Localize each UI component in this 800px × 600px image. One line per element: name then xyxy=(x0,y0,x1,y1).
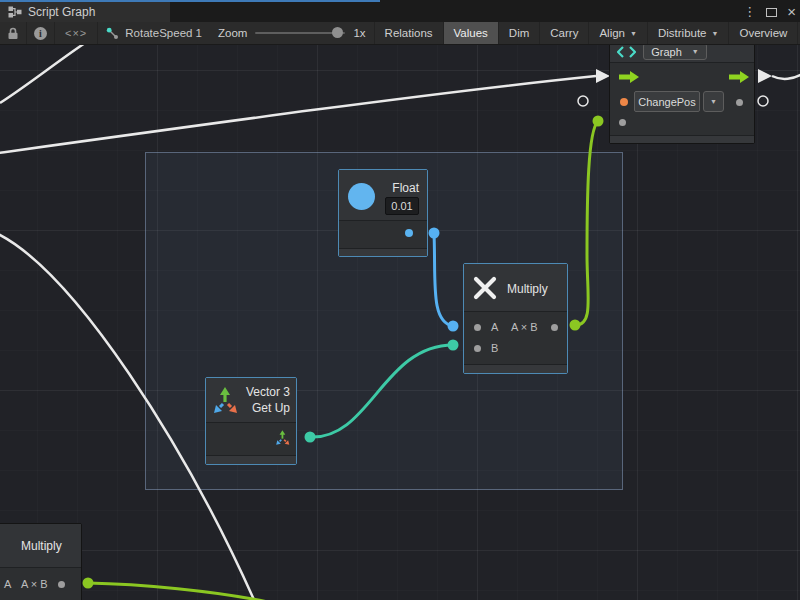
output-label: A × B xyxy=(21,578,48,590)
zoom-label: Zoom xyxy=(218,27,247,39)
info-icon: i xyxy=(34,27,47,40)
breadcrumb-label: RotateSpeed 1 xyxy=(125,27,202,39)
fallback-input-port[interactable] xyxy=(619,119,626,126)
overview-button[interactable]: Overview xyxy=(729,22,798,44)
dim-label: Dim xyxy=(509,27,529,39)
flow-wire[interactable] xyxy=(0,45,85,103)
tab-script-graph[interactable]: Script Graph xyxy=(0,2,170,22)
lock-icon xyxy=(7,27,19,40)
values-button[interactable]: Values xyxy=(444,22,499,44)
variable-name-value: ChangePos xyxy=(638,96,696,108)
node-header: Multiply xyxy=(0,524,81,568)
variable-scope-dropdown[interactable]: Graph ▼ xyxy=(643,45,707,60)
graph-tab-icon xyxy=(8,6,22,18)
node-title: Float xyxy=(392,181,419,195)
breadcrumb[interactable]: RotateSpeed 1 xyxy=(98,22,210,44)
wire-endpoint xyxy=(448,340,459,351)
value-wire-getup-to-multiply[interactable] xyxy=(310,345,453,437)
script-graph-window: Script Graph ⋮ × i <×> RotateS xyxy=(0,0,800,600)
value-output-port[interactable] xyxy=(736,99,743,106)
flow-wire[interactable] xyxy=(772,74,800,79)
wire-endpoint xyxy=(593,116,604,127)
carry-label: Carry xyxy=(550,27,578,39)
vector3-output-port-icon[interactable] xyxy=(275,429,291,446)
flow-in-arrow-icon[interactable] xyxy=(619,71,639,83)
carry-button[interactable]: Carry xyxy=(540,22,589,44)
port-a-label: A xyxy=(4,578,11,590)
flow-input-triangle[interactable] xyxy=(596,69,610,83)
value-wire-multiply2-out[interactable] xyxy=(88,583,268,600)
input-port-b[interactable] xyxy=(474,345,481,352)
float-value-input[interactable]: 0.01 xyxy=(385,197,419,215)
tab-bar: Script Graph ⋮ × xyxy=(0,0,800,22)
tab-title: Script Graph xyxy=(28,5,95,19)
zoom-slider-handle[interactable] xyxy=(332,27,343,38)
scope-label: Graph xyxy=(651,46,682,58)
port-a-label: A xyxy=(491,321,498,333)
value-wire-multiply-to-variable[interactable] xyxy=(575,121,598,325)
code-brackets-icon xyxy=(617,46,636,58)
node-footer xyxy=(610,135,754,143)
graph-asset-icon xyxy=(106,27,119,40)
node-title: Multiply xyxy=(21,539,62,553)
output-port[interactable] xyxy=(551,324,558,331)
graph-canvas[interactable]: Graph ▼ ChangePos ▼ xyxy=(0,45,800,600)
port-b-label: B xyxy=(491,342,498,354)
relations-button[interactable]: Relations xyxy=(375,22,444,44)
overview-label: Overview xyxy=(739,27,787,39)
relations-label: Relations xyxy=(385,27,433,39)
input-port-a[interactable] xyxy=(474,324,481,331)
chevron-down-icon: ▼ xyxy=(710,98,717,105)
variable-name-field[interactable]: ChangePos xyxy=(634,91,700,112)
info-button[interactable]: i xyxy=(27,22,55,44)
float-node[interactable]: Float 0.01 xyxy=(338,169,428,257)
code-view-button[interactable]: <×> xyxy=(55,22,98,44)
distribute-label: Distribute xyxy=(658,27,707,39)
value-input-port[interactable] xyxy=(620,98,628,106)
node-header: Graph ▼ xyxy=(610,45,754,63)
wire-endpoint xyxy=(305,432,316,443)
lock-button[interactable] xyxy=(0,22,27,44)
vector3-get-up-node[interactable]: Vector 3 Get Up xyxy=(205,377,297,465)
node-title-line1: Vector 3 xyxy=(246,385,290,399)
align-button[interactable]: Align▼ xyxy=(589,22,648,44)
node-header: Float 0.01 xyxy=(339,170,427,221)
vector3-icon xyxy=(212,385,240,415)
distribute-button[interactable]: Distribute▼ xyxy=(648,22,730,44)
wire-endpoint xyxy=(570,320,581,331)
maximize-icon[interactable] xyxy=(766,8,777,17)
node-title-line2: Get Up xyxy=(252,401,290,415)
float-output-port[interactable] xyxy=(405,229,413,237)
output-port[interactable] xyxy=(58,581,65,588)
value-wire-float-to-multiply[interactable] xyxy=(434,233,453,326)
node-header: Vector 3 Get Up xyxy=(206,378,296,423)
chevron-down-icon: ▼ xyxy=(630,30,637,37)
node-header: Multiply xyxy=(464,264,567,312)
window-menu-icon[interactable]: ⋮ xyxy=(743,2,756,22)
float-value: 0.01 xyxy=(391,200,412,212)
float-icon xyxy=(348,183,375,210)
window-controls: ⋮ × xyxy=(743,2,796,22)
multiply-node[interactable]: Multiply A A × B B xyxy=(463,263,568,374)
zoom-slider-track[interactable] xyxy=(255,32,345,34)
node-footer xyxy=(464,364,567,373)
node-title: Multiply xyxy=(507,282,548,296)
dim-button[interactable]: Dim xyxy=(499,22,540,44)
multiply-node-partial[interactable]: Multiply A A × B xyxy=(0,523,82,600)
flow-output-triangle[interactable] xyxy=(758,69,772,83)
chevron-down-icon: ▼ xyxy=(712,30,719,37)
node-footer xyxy=(339,248,427,256)
wire-endpoint xyxy=(83,578,94,589)
variable-name-dropdown[interactable]: ▼ xyxy=(703,91,724,112)
output-label: A × B xyxy=(511,321,538,333)
align-label: Align xyxy=(599,27,625,39)
unconnected-port-circle[interactable] xyxy=(758,96,768,106)
node-footer xyxy=(206,455,296,464)
graph-toolbar: i <×> RotateSpeed 1 Zoom 1x Relations Va… xyxy=(0,22,800,45)
set-variable-node[interactable]: Graph ▼ ChangePos ▼ xyxy=(609,45,755,144)
flow-out-arrow-icon[interactable] xyxy=(729,71,749,83)
unconnected-port-circle[interactable] xyxy=(578,96,588,106)
chevron-down-icon: ▼ xyxy=(692,48,699,55)
flow-wire[interactable] xyxy=(0,76,596,153)
close-icon[interactable]: × xyxy=(787,2,796,22)
